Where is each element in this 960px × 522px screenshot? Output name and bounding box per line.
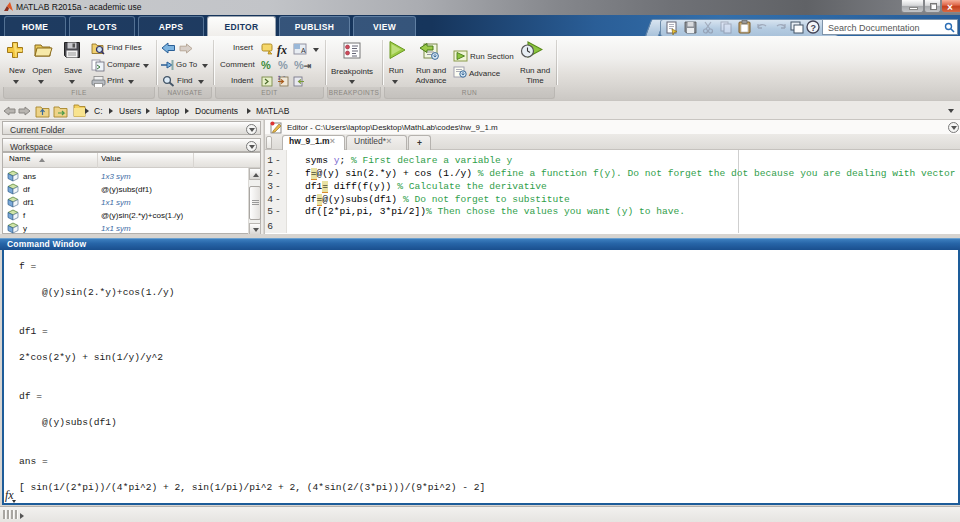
svg-text:?: ? bbox=[811, 23, 817, 33]
svg-text:A: A bbox=[301, 47, 306, 54]
